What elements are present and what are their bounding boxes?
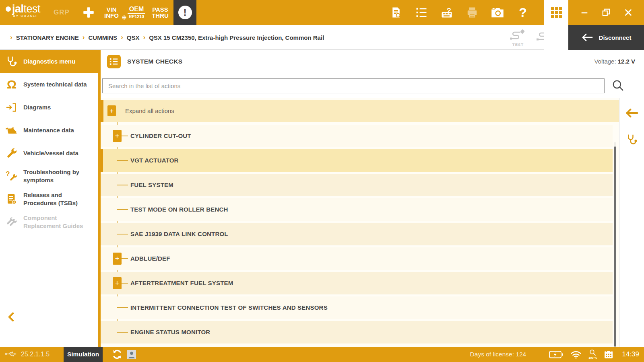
status-bar: 25.2.1.1.5 Simulation Days of license: 1… <box>0 347 644 362</box>
expand-toggle-icon[interactable]: + <box>113 277 122 289</box>
tree-item[interactable]: +ADBLUE/DEF <box>101 247 613 270</box>
checklist-icon[interactable] <box>414 6 429 19</box>
tree-branch-line <box>117 332 128 333</box>
breadcrumb-item[interactable]: QSX 15 CM2350, Extra-high Pressure Injec… <box>149 34 324 41</box>
tree-item[interactable]: +AFTERTREATMENT FUEL SYSTEM <box>101 272 613 294</box>
tree-item[interactable]: TEST MODE ON ROLLER BENCH <box>101 198 613 221</box>
close-button[interactable] <box>622 6 634 19</box>
sidebar-item-label: Diagrams <box>23 103 51 111</box>
restore-button[interactable] <box>600 6 612 19</box>
vin-info-button[interactable]: VIN INFO <box>101 0 122 25</box>
tree-item-label: AFTERTREATMENT FUEL SYSTEM <box>130 272 233 294</box>
tree-item-label: ENGINE STATUS MONITOR <box>130 321 210 343</box>
tree-branch-line <box>117 307 128 308</box>
cable-test-icon: TEST <box>508 28 528 47</box>
tree-item-label: FUEL SYSTEM <box>130 174 173 196</box>
question-wrench-icon: ? <box>0 170 23 182</box>
sidebar-item-system-technical-data[interactable]: ΩSystem technical data <box>0 73 98 96</box>
jaltest-logo: jal test BY COJALI <box>6 3 40 18</box>
license-days-label: Days of license: 124 <box>470 351 526 358</box>
stethoscope-icon <box>625 134 639 146</box>
tree-item[interactable]: INTERMITTENT CONNECTION TEST OF SWITCHES… <box>101 296 613 319</box>
tree-item[interactable]: FUEL SYSTEM <box>101 174 613 196</box>
magnifier-icon <box>589 349 596 356</box>
sidebar-item-label: Troubleshooting by symptoms <box>23 168 95 184</box>
wrench-icon <box>0 147 23 159</box>
user-icon[interactable] <box>127 350 136 359</box>
tree-branch-line <box>121 283 128 284</box>
section-header: SYSTEM CHECKS Voltage:12.2 V <box>101 50 644 73</box>
breadcrumb-separator-icon: › <box>121 33 123 41</box>
oem-rp1210-button[interactable]: OEM RP1210 <box>126 0 147 25</box>
diagram-icon <box>0 101 23 113</box>
breadcrumb-item[interactable]: CUMMINS <box>88 34 117 41</box>
oilcan-icon <box>0 124 23 136</box>
breadcrumb-item[interactable]: STATIONARY ENGINE <box>16 34 79 41</box>
sidebar-item-component-replacement-guides: Component Replacement Guides <box>0 210 98 233</box>
simulation-badge: Simulation <box>64 347 103 362</box>
breadcrumb-item[interactable]: QSX <box>127 34 140 41</box>
svg-text:?: ? <box>6 170 10 178</box>
pass-thru-button[interactable]: PASS THRU <box>150 0 171 25</box>
apps-grid-button[interactable] <box>544 0 568 50</box>
sidebar-item-label: Component Replacement Guides <box>23 214 95 230</box>
add-vehicle-button[interactable] <box>79 0 98 25</box>
scrollbar-thumb[interactable] <box>614 146 616 347</box>
sidebar-item-troubleshooting-by-symptoms[interactable]: ?Troubleshooting by symptoms <box>0 165 98 187</box>
tree-branch-line <box>121 136 128 136</box>
tree-item-label: SAE J1939 DATA LINK CONTROL <box>130 223 228 245</box>
voltage-readout: Voltage:12.2 V <box>594 58 635 65</box>
disconnect-button[interactable]: Disconnect <box>568 25 644 50</box>
minimize-button[interactable] <box>578 6 590 19</box>
zoom-level-label: 100 % <box>588 356 597 360</box>
sidebar-item-vehicle-vessel-data[interactable]: Vehicle/vessel data <box>0 142 98 165</box>
tree-branch-line <box>117 185 128 185</box>
usb-icon <box>5 351 17 358</box>
tree-item[interactable]: VGT ACTUATOR <box>101 149 613 172</box>
logo-dot-icon <box>6 6 11 12</box>
warning-button[interactable]: ! <box>173 0 196 25</box>
toolbar-icons: ? <box>389 0 530 25</box>
search-icon[interactable] <box>612 79 625 92</box>
sidebar-item-diagrams[interactable]: Diagrams <box>0 96 98 119</box>
diagnostics-shortcut-button[interactable] <box>625 134 639 147</box>
plus-icon: + <box>107 105 116 116</box>
tree-item[interactable]: ENGINE STATUS MONITOR <box>101 321 613 343</box>
tree-branch-line <box>117 160 128 161</box>
sidebar-divider <box>98 50 101 347</box>
printer-icon[interactable] <box>465 6 479 19</box>
back-arrow-button[interactable] <box>625 107 639 121</box>
document-icon <box>0 193 23 205</box>
content-area: + Expand all actions +CYLINDER CUT-OUTVG… <box>101 98 644 347</box>
calendar-icon[interactable] <box>604 350 613 359</box>
keyboard-icon[interactable] <box>440 6 454 19</box>
wifi-icon <box>570 350 582 359</box>
tree-item[interactable]: +CYLINDER CUT-OUT <box>101 125 613 147</box>
battery-icon <box>549 351 564 358</box>
chevron-left-icon <box>7 312 14 322</box>
breadcrumb-separator-icon: › <box>83 33 85 41</box>
sidebar-collapse-button[interactable] <box>7 312 14 323</box>
tree-item-label: VGT ACTUATOR <box>130 149 179 172</box>
sync-icon[interactable] <box>112 349 122 360</box>
expand-toggle-icon[interactable]: + <box>113 253 122 265</box>
report-search-icon[interactable] <box>389 6 403 19</box>
tree-item-label: CYLINDER CUT-OUT <box>130 125 191 147</box>
sidebar-item-maintenance-data[interactable]: Maintenance data <box>0 119 98 142</box>
sidebar-item-releases-and-procedures-tsbs[interactable]: Releases and Procedures (TSBs) <box>0 187 98 210</box>
camera-icon[interactable] <box>490 6 505 19</box>
grp-button: GRP <box>54 0 70 25</box>
sidebar-menu: Diagnostics menuΩSystem technical dataDi… <box>0 50 98 233</box>
tree-item[interactable]: SAE J1939 DATA LINK CONTROL <box>101 223 613 245</box>
help-icon[interactable]: ? <box>516 6 530 19</box>
wrenches-icon <box>0 216 23 228</box>
expand-toggle-icon[interactable]: + <box>113 130 122 142</box>
sidebar-item-diagnostics-menu[interactable]: Diagnostics menu <box>0 50 98 73</box>
search-input[interactable] <box>102 78 605 93</box>
sidebar-item-label: System technical data <box>23 80 87 88</box>
sidebar-item-label: Vehicle/vessel data <box>23 149 78 157</box>
zoom-indicator[interactable]: 100 % <box>588 349 597 360</box>
main-panel: SYSTEM CHECKS Voltage:12.2 V + Expand al… <box>101 50 644 347</box>
page-title: SYSTEM CHECKS <box>127 58 182 65</box>
expand-all-actions[interactable]: + Expand all actions <box>101 100 619 122</box>
